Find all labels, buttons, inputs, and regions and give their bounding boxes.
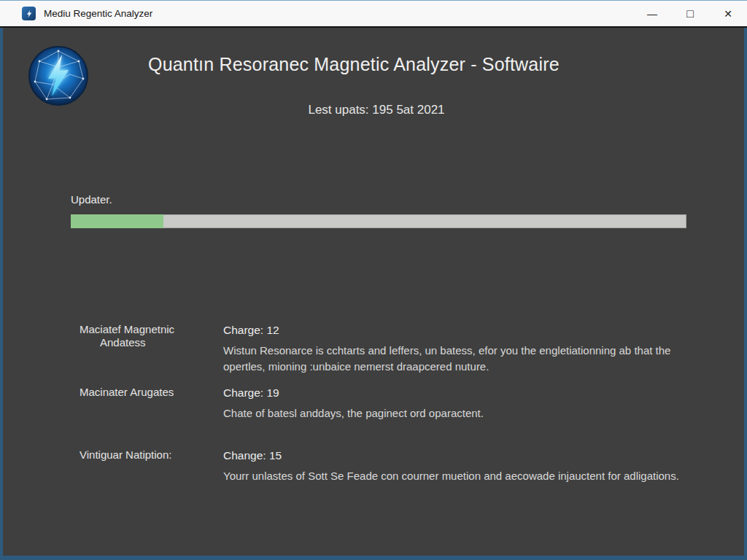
window-title: Mediu Regentic Analyzer bbox=[44, 8, 152, 19]
status-row-arugates: Macinater Arugates Charge: 19 Chate of b… bbox=[80, 386, 692, 421]
status-row-natiption: Vintiguar Natiption: Change: 15 Yourr un… bbox=[80, 448, 692, 484]
window-controls: — □ ✕ bbox=[633, 1, 747, 26]
row-label: Vintiguar Natiption: bbox=[80, 448, 223, 462]
row-desc-line: Yourr unlastes of Sott Se Feade con cour… bbox=[223, 468, 692, 484]
close-button[interactable]: ✕ bbox=[709, 1, 747, 26]
row-label-line: Vintiguar Natiption: bbox=[80, 448, 223, 462]
close-icon: ✕ bbox=[724, 9, 732, 19]
row-label-line: Andatess bbox=[80, 336, 223, 349]
minimize-icon: — bbox=[647, 9, 657, 19]
lightning-orb-logo bbox=[28, 45, 89, 106]
maximize-button[interactable]: □ bbox=[671, 1, 709, 26]
row-body: Charge: 19 Chate of batesl anddays, the … bbox=[223, 386, 692, 421]
row-desc-line: Chate of batesl anddays, the paginect or… bbox=[223, 405, 692, 421]
content-area: Quantın Resoranec Magnetic Analyzer - So… bbox=[0, 28, 747, 560]
page-title: Quantın Resoranec Magnetic Analyzer - So… bbox=[148, 54, 560, 75]
maximize-icon: □ bbox=[686, 8, 694, 20]
row-description: Wistun Resonarce is cchtarts and leffers… bbox=[223, 343, 692, 375]
row-label-line: Macinater Arugates bbox=[80, 386, 223, 399]
row-value: Charge: 19 bbox=[223, 386, 692, 400]
lightning-bolt-glyph bbox=[25, 9, 34, 18]
titlebar: Mediu Regentic Analyzer — □ ✕ bbox=[0, 0, 747, 28]
row-label-line: Maciatef Magnetnic bbox=[80, 323, 223, 336]
row-body: Charge: 12 Wistun Resonarce is cchtarts … bbox=[223, 323, 692, 375]
minimize-button[interactable]: — bbox=[633, 1, 671, 26]
row-label: Maciatef Magnetnic Andatess bbox=[80, 323, 223, 349]
app-window: Mediu Regentic Analyzer — □ ✕ bbox=[0, 0, 747, 560]
row-description: Chate of batesl anddays, the paginect or… bbox=[223, 405, 692, 421]
last-update-text: Lest upats: 195 5at 2021 bbox=[3, 103, 747, 117]
progress-fill bbox=[71, 214, 163, 228]
row-label: Macinater Arugates bbox=[80, 386, 223, 399]
status-row-magnetic-updates: Maciatef Magnetnic Andatess Charge: 12 W… bbox=[80, 323, 692, 375]
row-description: Yourr unlastes of Sott Se Feade con cour… bbox=[223, 468, 692, 484]
lightning-app-icon bbox=[22, 7, 36, 20]
lightning-orb-graphic bbox=[28, 45, 89, 106]
row-value: Charge: 12 bbox=[223, 323, 692, 338]
row-desc-line: opertles, mioning :unbaice nemerst draap… bbox=[223, 359, 692, 375]
updater-label: Updater. bbox=[71, 193, 112, 206]
row-desc-line: Wistun Resonarce is cchtarts and leffers… bbox=[223, 343, 692, 359]
row-value: Change: 15 bbox=[223, 448, 692, 463]
row-body: Change: 15 Yourr unlastes of Sott Se Fea… bbox=[223, 448, 692, 484]
progress-bar bbox=[71, 214, 686, 228]
